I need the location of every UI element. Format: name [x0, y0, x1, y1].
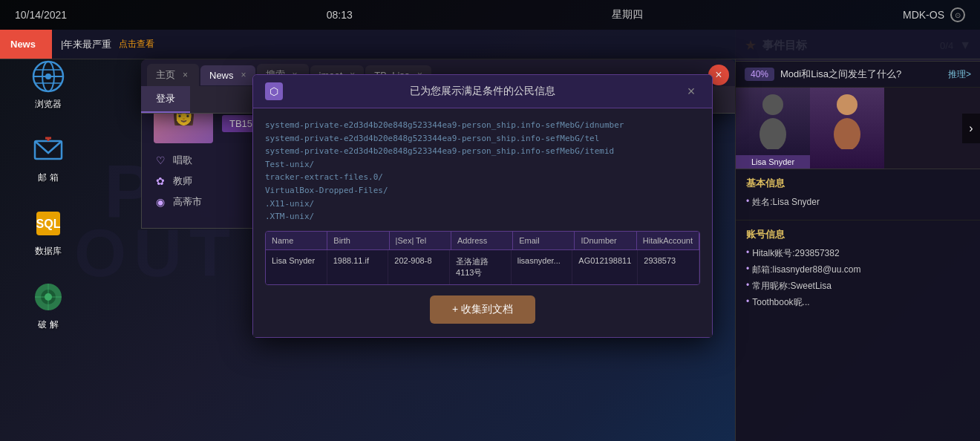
system-log: systemd-private-e2d3d4b20e848g523344ea9-… [265, 119, 700, 223]
topbar-day: 星期四 [612, 8, 643, 22]
char-card-1[interactable]: Lisa Snyder [736, 88, 810, 169]
col-idnumber: IDnumber [575, 232, 636, 249]
citizen-modal: ⬡ 已为您展示满足条件的公民信息 × systemd-private-e2d3d… [252, 74, 713, 338]
col-sex-tel: |Sex| Tel [390, 232, 451, 249]
desktop: PRIORD OUT 10/14/2021 08:13 星期四 MDK-OS ⊙… [0, 0, 980, 441]
database-icon-img: SQL [31, 206, 65, 241]
hack-icon-img [31, 280, 65, 314]
event-question: Modi和Lisa之间发生了什么? [780, 68, 942, 81]
char-card-inner-1: Lisa Snyder [736, 88, 810, 169]
char-silhouette-1 [751, 90, 795, 149]
char-name-1: Lisa Snyder [736, 155, 810, 169]
tab-home[interactable]: 主页 × [147, 64, 199, 86]
account-hitalk-value: Hitalk账号:293857382 [752, 247, 839, 260]
user-info-singing-label: 唱歌 [173, 154, 192, 167]
cell-sex-tel: 202-908-8 [388, 250, 450, 284]
info-bullet-4: • [746, 280, 749, 293]
event-action-button[interactable]: 推理> [948, 68, 971, 81]
account-email-value: 邮箱:lisasnyder88@uu.com [752, 264, 860, 276]
svg-point-17 [760, 118, 786, 149]
news-label: News [0, 30, 52, 59]
browser-icon-img [31, 59, 65, 94]
next-card-button[interactable]: › [962, 114, 980, 143]
hack-icon-label: 破 解 [38, 318, 58, 331]
modal-header: ⬡ 已为您展示满足条件的公民信息 × [253, 75, 712, 108]
cell-address: 圣洛迪路4113号 [450, 250, 512, 284]
tab-news-close[interactable]: × [241, 70, 246, 80]
hack-desktop-icon[interactable]: 破 解 [22, 280, 74, 331]
svg-text:SQL: SQL [36, 218, 61, 230]
log-line-2: systemd-private-e2d3d4b20e848g523344ea9-… [265, 132, 700, 146]
topbar-time: 08:13 [327, 9, 353, 21]
news-ticker: News |年来最严重 点击查看 [0, 30, 980, 59]
basic-info-section: 基本信息 • 姓名:Lisa Snyder [736, 169, 980, 220]
char-avatar-2 [810, 88, 884, 151]
mail-icon-svg [32, 134, 65, 166]
topbar: 10/14/2021 08:13 星期四 MDK-OS ⊙ [0, 0, 980, 30]
user-info-teacher-label: 教师 [173, 174, 192, 188]
col-hitalk: HitalkAccount [637, 232, 699, 249]
log-line-5: tracker-extract-files.0/ [265, 171, 700, 184]
news-link[interactable]: 点击查看 [119, 38, 154, 50]
account-nickname-value: 常用昵称:SweetLisa [752, 280, 832, 293]
account-hitalk: • Hitalk账号:293857382 [746, 247, 970, 260]
account-toothbook: • Toothbook昵... [746, 296, 970, 309]
flower-icon: ✿ [154, 175, 167, 187]
log-line-7: .X11-unix/ [265, 197, 700, 211]
info-bullet-5: • [746, 296, 749, 309]
account-email: • 邮箱:lisasnyder88@uu.com [746, 264, 970, 276]
cell-birth: 1988.11.if [327, 250, 389, 284]
basic-info-title: 基本信息 [746, 177, 970, 190]
char-card-inner-2 [810, 88, 884, 169]
mail-desktop-icon[interactable]: 邮 箱 [22, 133, 74, 184]
svg-point-16 [762, 94, 783, 115]
col-birth: Birth [327, 232, 389, 249]
browser-desktop-icon[interactable]: 浏览器 [22, 59, 74, 111]
topbar-date: 10/14/2021 [15, 9, 67, 21]
info-bullet-3: • [746, 264, 749, 276]
account-toothbook-value: Toothbook昵... [752, 296, 809, 309]
info-bullet-1: • [746, 196, 749, 209]
basic-info-name: • 姓名:Lisa Snyder [746, 196, 970, 209]
tab-home-close[interactable]: × [183, 70, 188, 80]
desktop-icons: 浏览器 邮 箱 SQL 数据库 [22, 59, 74, 331]
char-avatar-1 [736, 88, 810, 151]
data-table-header: Name Birth |Sex| Tel Address Email IDnum… [266, 232, 699, 250]
svg-point-19 [834, 118, 860, 149]
account-info-section: 账号信息 • Hitalk账号:293857382 • 邮箱:lisasnyde… [736, 220, 980, 320]
user-info-city-label: 高蒂市 [173, 195, 202, 209]
col-email: Email [513, 232, 575, 249]
cell-name: Lisa Snyder [266, 250, 327, 284]
log-line-1: systemd-private-e2d3d4b20e848g523344ea9-… [265, 119, 700, 132]
modal-body: systemd-private-e2d3d4b20e848g523344ea9-… [253, 108, 712, 337]
char-silhouette-2 [825, 90, 869, 149]
data-table-row: Lisa Snyder 1988.11.if 202-908-8 圣洛迪路411… [266, 250, 699, 284]
collect-button[interactable]: + 收集到文档 [430, 295, 535, 324]
tab-news[interactable]: News × [200, 65, 255, 85]
topbar-right: MDK-OS ⊙ [903, 7, 965, 22]
svg-point-18 [837, 94, 858, 115]
log-line-6: VirtualBox-Dropped-Files/ [265, 184, 700, 197]
event-percent: 40% [745, 68, 774, 81]
data-table: Name Birth |Sex| Tel Address Email IDnum… [265, 231, 700, 285]
mail-icon-label: 邮 箱 [38, 172, 58, 184]
modal-title: 已为您展示满足条件的公民信息 [290, 85, 675, 98]
database-icon-label: 数据库 [35, 245, 62, 258]
log-line-3: systemd-private-e2d3d4b20e848g523344ea9-… [265, 145, 700, 158]
basic-info-name-value: 姓名:Lisa Snyder [752, 196, 820, 209]
modal-close-button[interactable]: × [682, 82, 700, 100]
database-desktop-icon[interactable]: SQL 数据库 [22, 206, 74, 258]
log-line-8: .XTM-unix/ [265, 210, 700, 223]
hack-icon-svg [32, 281, 65, 313]
news-text: |年来最严重 [61, 38, 111, 51]
location-icon: ◉ [154, 196, 167, 208]
mail-icon-img [31, 133, 65, 167]
topbar-os-label: MDK-OS [903, 9, 944, 21]
heart-icon: ♡ [154, 154, 167, 166]
browser-icon-svg [32, 60, 65, 93]
right-panel: ★ 事件目标 0/4 ▼ 40% Modi和Lisa之间发生了什么? 推理> [735, 30, 980, 441]
modal-title-icon: ⬡ [265, 82, 283, 100]
char-card-2[interactable] [810, 88, 884, 169]
cell-email: lisasnyder... [512, 250, 573, 284]
sub-tab-login[interactable]: 登录 [141, 86, 190, 113]
